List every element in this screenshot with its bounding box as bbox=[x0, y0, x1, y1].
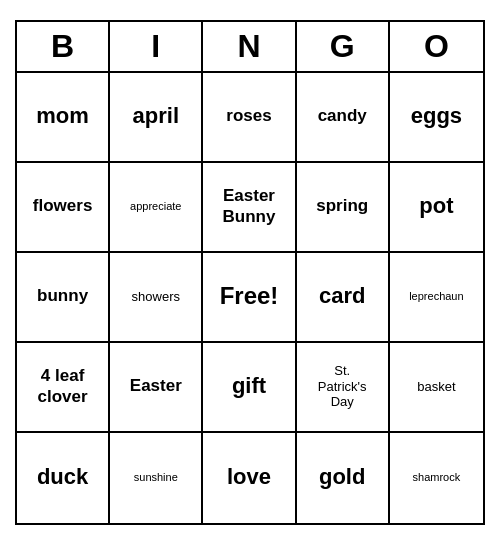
cell-text: leprechaun bbox=[409, 290, 463, 303]
bingo-cell: mom bbox=[17, 73, 110, 163]
bingo-cell: gift bbox=[203, 343, 296, 433]
cell-text: Free! bbox=[220, 282, 279, 311]
bingo-cell: candy bbox=[297, 73, 390, 163]
bingo-header: BINGO bbox=[17, 22, 483, 73]
cell-text: candy bbox=[318, 106, 367, 126]
bingo-cell: love bbox=[203, 433, 296, 523]
cell-text: card bbox=[319, 283, 365, 309]
cell-text: love bbox=[227, 464, 271, 490]
bingo-cell: 4 leafclover bbox=[17, 343, 110, 433]
header-letter: O bbox=[390, 22, 483, 71]
cell-text: showers bbox=[132, 289, 180, 305]
bingo-cell: spring bbox=[297, 163, 390, 253]
bingo-cell: bunny bbox=[17, 253, 110, 343]
bingo-cell: basket bbox=[390, 343, 483, 433]
bingo-cell: showers bbox=[110, 253, 203, 343]
cell-text: sunshine bbox=[134, 471, 178, 484]
header-letter: B bbox=[17, 22, 110, 71]
bingo-cell: Easter bbox=[110, 343, 203, 433]
bingo-cell: leprechaun bbox=[390, 253, 483, 343]
cell-text: St.Patrick'sDay bbox=[318, 363, 367, 410]
cell-text: april bbox=[133, 103, 179, 129]
cell-text: EasterBunny bbox=[223, 186, 276, 227]
bingo-card: BINGO momaprilrosescandyeggsflowersappre… bbox=[15, 20, 485, 525]
bingo-cell: card bbox=[297, 253, 390, 343]
cell-text: basket bbox=[417, 379, 455, 395]
cell-text: pot bbox=[419, 193, 453, 219]
bingo-cell: Free! bbox=[203, 253, 296, 343]
bingo-cell: St.Patrick'sDay bbox=[297, 343, 390, 433]
cell-text: Easter bbox=[130, 376, 182, 396]
header-letter: N bbox=[203, 22, 296, 71]
cell-text: eggs bbox=[411, 103, 462, 129]
header-letter: I bbox=[110, 22, 203, 71]
cell-text: flowers bbox=[33, 196, 93, 216]
cell-text: mom bbox=[36, 103, 89, 129]
cell-text: roses bbox=[226, 106, 271, 126]
bingo-cell: gold bbox=[297, 433, 390, 523]
bingo-cell: shamrock bbox=[390, 433, 483, 523]
bingo-cell: EasterBunny bbox=[203, 163, 296, 253]
cell-text: 4 leafclover bbox=[38, 366, 88, 407]
cell-text: gold bbox=[319, 464, 365, 490]
bingo-grid: momaprilrosescandyeggsflowersappreciateE… bbox=[17, 73, 483, 523]
bingo-cell: flowers bbox=[17, 163, 110, 253]
cell-text: bunny bbox=[37, 286, 88, 306]
cell-text: duck bbox=[37, 464, 88, 490]
cell-text: appreciate bbox=[130, 200, 181, 213]
bingo-cell: eggs bbox=[390, 73, 483, 163]
cell-text: shamrock bbox=[413, 471, 461, 484]
cell-text: gift bbox=[232, 373, 266, 399]
bingo-cell: pot bbox=[390, 163, 483, 253]
cell-text: spring bbox=[316, 196, 368, 216]
bingo-cell: roses bbox=[203, 73, 296, 163]
bingo-cell: sunshine bbox=[110, 433, 203, 523]
bingo-cell: appreciate bbox=[110, 163, 203, 253]
bingo-cell: april bbox=[110, 73, 203, 163]
bingo-cell: duck bbox=[17, 433, 110, 523]
header-letter: G bbox=[297, 22, 390, 71]
